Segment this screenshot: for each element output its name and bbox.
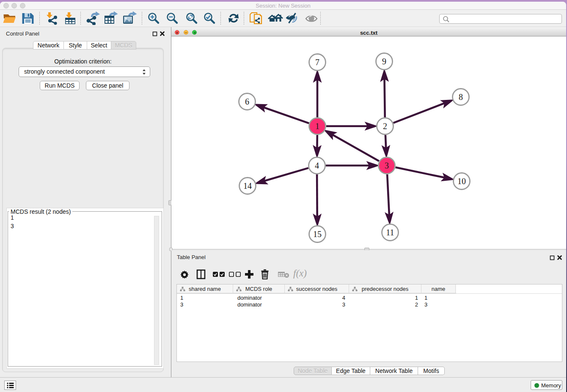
svg-text:6: 6 — [245, 97, 249, 106]
svg-text:9: 9 — [382, 57, 386, 66]
svg-text:15: 15 — [313, 229, 322, 239]
svg-text:8: 8 — [459, 92, 463, 102]
svg-text:7: 7 — [315, 58, 319, 67]
svg-text:2: 2 — [383, 121, 387, 131]
svg-text:10: 10 — [457, 177, 466, 186]
svg-text:4: 4 — [315, 161, 319, 170]
svg-text:14: 14 — [243, 181, 252, 190]
svg-text:11: 11 — [386, 228, 394, 237]
svg-text:3: 3 — [385, 161, 389, 170]
svg-text:1: 1 — [315, 121, 319, 131]
